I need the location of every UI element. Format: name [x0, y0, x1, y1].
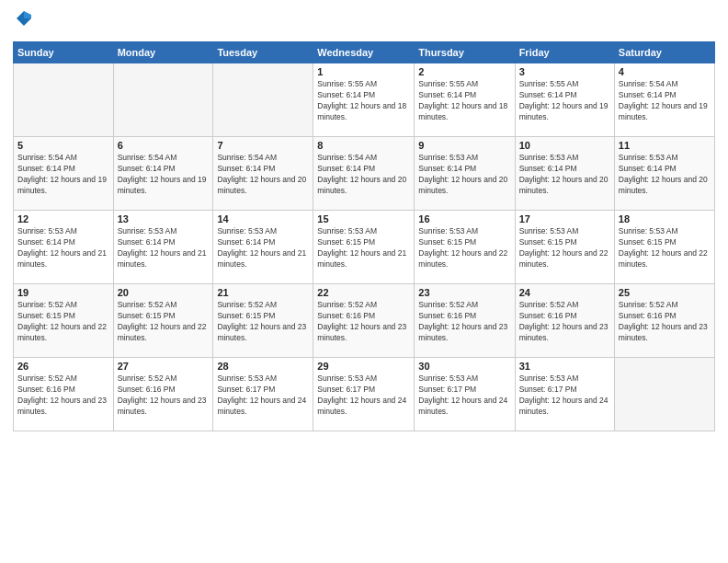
day-cell: 18Sunrise: 5:53 AMSunset: 6:15 PMDayligh…	[614, 211, 714, 284]
weekday-header-row: SundayMondayTuesdayWednesdayThursdayFrid…	[14, 42, 715, 63]
day-info: Sunrise: 5:52 AMSunset: 6:16 PMDaylight:…	[317, 300, 410, 344]
week-row-4: 19Sunrise: 5:52 AMSunset: 6:15 PMDayligh…	[14, 284, 715, 358]
day-number: 23	[418, 287, 510, 298]
day-number: 16	[418, 213, 510, 224]
day-number: 2	[418, 66, 510, 77]
day-cell: 19Sunrise: 5:52 AMSunset: 6:15 PMDayligh…	[14, 284, 114, 358]
day-cell: 13Sunrise: 5:53 AMSunset: 6:14 PMDayligh…	[113, 211, 213, 284]
day-cell: 8Sunrise: 5:54 AMSunset: 6:14 PMDaylight…	[313, 137, 415, 211]
day-info: Sunrise: 5:52 AMSunset: 6:16 PMDaylight:…	[418, 300, 510, 344]
day-info: Sunrise: 5:54 AMSunset: 6:14 PMDaylight:…	[17, 153, 109, 197]
day-cell: 30Sunrise: 5:53 AMSunset: 6:17 PMDayligh…	[415, 358, 515, 431]
weekday-monday: Monday	[113, 42, 213, 63]
logo-icon	[15, 9, 33, 28]
weekday-tuesday: Tuesday	[213, 42, 313, 63]
day-number: 26	[17, 361, 109, 372]
day-number: 29	[317, 361, 410, 372]
day-cell: 5Sunrise: 5:54 AMSunset: 6:14 PMDaylight…	[14, 137, 114, 211]
day-number: 11	[619, 140, 711, 151]
day-info: Sunrise: 5:55 AMSunset: 6:14 PMDaylight:…	[519, 79, 610, 123]
day-info: Sunrise: 5:55 AMSunset: 6:14 PMDaylight:…	[418, 79, 510, 123]
day-number: 21	[217, 287, 309, 298]
svg-marker-1	[24, 11, 31, 18]
day-cell: 28Sunrise: 5:53 AMSunset: 6:17 PMDayligh…	[213, 358, 313, 431]
day-cell	[614, 358, 714, 431]
day-cell: 20Sunrise: 5:52 AMSunset: 6:15 PMDayligh…	[113, 284, 213, 358]
weekday-saturday: Saturday	[614, 42, 714, 63]
day-number: 25	[619, 287, 711, 298]
day-cell: 27Sunrise: 5:52 AMSunset: 6:16 PMDayligh…	[113, 358, 213, 431]
day-info: Sunrise: 5:54 AMSunset: 6:14 PMDaylight:…	[619, 79, 711, 123]
day-info: Sunrise: 5:53 AMSunset: 6:14 PMDaylight:…	[418, 153, 510, 197]
day-cell: 31Sunrise: 5:53 AMSunset: 6:17 PMDayligh…	[515, 358, 614, 431]
calendar-table: SundayMondayTuesdayWednesdayThursdayFrid…	[13, 41, 715, 431]
weekday-sunday: Sunday	[14, 42, 114, 63]
day-number: 3	[519, 66, 610, 77]
day-info: Sunrise: 5:53 AMSunset: 6:17 PMDaylight:…	[217, 373, 309, 418]
day-cell	[14, 63, 114, 137]
day-number: 15	[317, 213, 410, 224]
day-cell: 23Sunrise: 5:52 AMSunset: 6:16 PMDayligh…	[415, 284, 515, 358]
day-info: Sunrise: 5:53 AMSunset: 6:14 PMDaylight:…	[118, 226, 210, 270]
day-cell: 17Sunrise: 5:53 AMSunset: 6:15 PMDayligh…	[515, 211, 614, 284]
day-info: Sunrise: 5:52 AMSunset: 6:16 PMDaylight:…	[17, 373, 109, 418]
day-cell: 16Sunrise: 5:53 AMSunset: 6:15 PMDayligh…	[415, 211, 515, 284]
day-info: Sunrise: 5:53 AMSunset: 6:17 PMDaylight:…	[418, 373, 510, 418]
day-info: Sunrise: 5:53 AMSunset: 6:14 PMDaylight:…	[619, 153, 711, 197]
day-number: 14	[217, 213, 309, 224]
day-number: 17	[519, 213, 610, 224]
week-row-5: 26Sunrise: 5:52 AMSunset: 6:16 PMDayligh…	[14, 358, 715, 431]
calendar-page: SundayMondayTuesdayWednesdayThursdayFrid…	[0, 0, 728, 563]
week-row-1: 1Sunrise: 5:55 AMSunset: 6:14 PMDaylight…	[14, 63, 715, 137]
day-number: 7	[217, 140, 309, 151]
day-cell: 15Sunrise: 5:53 AMSunset: 6:15 PMDayligh…	[313, 211, 415, 284]
day-info: Sunrise: 5:52 AMSunset: 6:16 PMDaylight:…	[619, 300, 711, 344]
day-cell: 9Sunrise: 5:53 AMSunset: 6:14 PMDaylight…	[415, 137, 515, 211]
day-info: Sunrise: 5:52 AMSunset: 6:16 PMDaylight:…	[118, 373, 210, 418]
day-info: Sunrise: 5:54 AMSunset: 6:14 PMDaylight:…	[317, 153, 410, 197]
day-info: Sunrise: 5:53 AMSunset: 6:17 PMDaylight:…	[317, 373, 410, 418]
day-info: Sunrise: 5:52 AMSunset: 6:15 PMDaylight:…	[217, 300, 309, 344]
day-number: 19	[17, 287, 109, 298]
day-number: 22	[317, 287, 410, 298]
header	[13, 9, 715, 34]
day-info: Sunrise: 5:54 AMSunset: 6:14 PMDaylight:…	[217, 153, 309, 197]
weekday-thursday: Thursday	[415, 42, 515, 63]
day-info: Sunrise: 5:53 AMSunset: 6:15 PMDaylight:…	[519, 226, 610, 270]
day-info: Sunrise: 5:52 AMSunset: 6:16 PMDaylight:…	[519, 300, 610, 344]
day-number: 4	[619, 66, 711, 77]
day-cell: 4Sunrise: 5:54 AMSunset: 6:14 PMDaylight…	[614, 63, 714, 137]
day-info: Sunrise: 5:53 AMSunset: 6:15 PMDaylight:…	[619, 226, 711, 270]
day-number: 24	[519, 287, 610, 298]
day-cell: 11Sunrise: 5:53 AMSunset: 6:14 PMDayligh…	[614, 137, 714, 211]
day-info: Sunrise: 5:53 AMSunset: 6:14 PMDaylight:…	[217, 226, 309, 270]
day-info: Sunrise: 5:53 AMSunset: 6:15 PMDaylight:…	[317, 226, 410, 270]
day-number: 8	[317, 140, 410, 151]
day-number: 13	[118, 213, 210, 224]
day-number: 12	[17, 213, 109, 224]
day-cell	[213, 63, 313, 137]
day-cell: 14Sunrise: 5:53 AMSunset: 6:14 PMDayligh…	[213, 211, 313, 284]
week-row-2: 5Sunrise: 5:54 AMSunset: 6:14 PMDaylight…	[14, 137, 715, 211]
day-cell: 1Sunrise: 5:55 AMSunset: 6:14 PMDaylight…	[313, 63, 415, 137]
day-cell: 7Sunrise: 5:54 AMSunset: 6:14 PMDaylight…	[213, 137, 313, 211]
day-cell: 12Sunrise: 5:53 AMSunset: 6:14 PMDayligh…	[14, 211, 114, 284]
day-cell: 6Sunrise: 5:54 AMSunset: 6:14 PMDaylight…	[113, 137, 213, 211]
week-row-3: 12Sunrise: 5:53 AMSunset: 6:14 PMDayligh…	[14, 211, 715, 284]
day-info: Sunrise: 5:53 AMSunset: 6:14 PMDaylight:…	[519, 153, 610, 197]
day-number: 9	[418, 140, 510, 151]
day-number: 27	[118, 361, 210, 372]
day-info: Sunrise: 5:53 AMSunset: 6:17 PMDaylight:…	[519, 373, 610, 418]
day-info: Sunrise: 5:52 AMSunset: 6:15 PMDaylight:…	[118, 300, 210, 344]
day-number: 30	[418, 361, 510, 372]
day-cell	[113, 63, 213, 137]
day-number: 18	[619, 213, 711, 224]
weekday-friday: Friday	[515, 42, 614, 63]
day-cell: 26Sunrise: 5:52 AMSunset: 6:16 PMDayligh…	[14, 358, 114, 431]
day-number: 31	[519, 361, 610, 372]
day-cell: 2Sunrise: 5:55 AMSunset: 6:14 PMDaylight…	[415, 63, 515, 137]
day-cell: 29Sunrise: 5:53 AMSunset: 6:17 PMDayligh…	[313, 358, 415, 431]
weekday-wednesday: Wednesday	[313, 42, 415, 63]
day-cell: 22Sunrise: 5:52 AMSunset: 6:16 PMDayligh…	[313, 284, 415, 358]
day-info: Sunrise: 5:55 AMSunset: 6:14 PMDaylight:…	[317, 79, 410, 123]
